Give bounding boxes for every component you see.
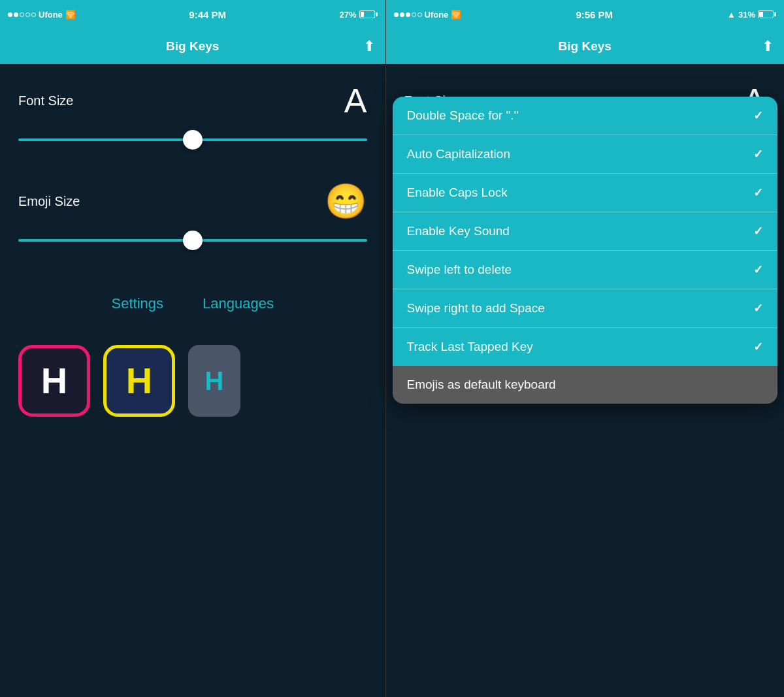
right-signal-dots	[394, 12, 422, 17]
dropdown-item-double-space-check: ✓	[753, 108, 763, 123]
app-icon-pink-letter: H	[41, 363, 67, 399]
right-battery-tip	[774, 12, 776, 16]
right-panel: Ufone 🛜 9:56 PM ▲ 31% Big Keys ⬆︎ Font S…	[386, 0, 784, 697]
dropdown-item-swipe-delete-label: Swipe left to delete	[407, 263, 512, 277]
dropdown-item-caps-lock-label: Enable Caps Lock	[407, 186, 508, 200]
left-battery-fill	[361, 12, 364, 17]
left-emoji-size-row: Emoji Size 😁	[18, 184, 367, 218]
dropdown-item-swipe-space-check: ✓	[753, 301, 763, 316]
signal-dot-5	[31, 12, 36, 17]
right-nav-bar: Big Keys ⬆︎	[386, 29, 784, 64]
right-signal-dot-1	[394, 12, 399, 17]
app-icon-dark[interactable]: H	[103, 345, 175, 417]
dropdown-gray-section: Emojis as default keyboard	[393, 366, 777, 404]
dropdown-item-caps-lock[interactable]: Enable Caps Lock ✓	[393, 174, 777, 212]
left-font-letter: A	[344, 84, 367, 118]
left-share-button[interactable]: ⬆︎	[363, 38, 375, 55]
dropdown-item-auto-cap-label: Auto Capitalization	[407, 147, 510, 161]
left-font-slider-track	[18, 138, 367, 141]
right-status-bar: Ufone 🛜 9:56 PM ▲ 31%	[386, 0, 784, 29]
signal-dot-3	[20, 12, 24, 17]
left-time: 9:44 PM	[189, 9, 226, 20]
right-battery-fill	[759, 12, 763, 17]
dropdown-item-swipe-space-label: Swipe right to add Space	[407, 301, 545, 316]
left-status-bar: Ufone 🛜 9:44 PM 27%	[0, 0, 385, 29]
settings-dropdown: Double Space for "." ✓ Auto Capitalizati…	[393, 97, 777, 404]
dropdown-item-auto-cap-check: ✓	[753, 147, 763, 161]
left-battery-percent: 27%	[339, 10, 356, 20]
left-font-slider-thumb[interactable]	[183, 130, 203, 150]
right-nav-title: Big Keys	[559, 39, 612, 54]
left-font-size-row: Font Size A	[18, 84, 367, 118]
dropdown-item-double-space-label: Double Space for "."	[407, 108, 519, 123]
app-icon-gray[interactable]: H	[188, 345, 240, 417]
right-battery-info: ▲ 31%	[727, 10, 776, 20]
left-font-size-label: Font Size	[18, 93, 73, 108]
left-wifi-icon: 🛜	[65, 10, 76, 20]
left-carrier-label: Ufone	[39, 10, 63, 20]
signal-dot-4	[25, 12, 30, 17]
dropdown-item-swipe-delete-check: ✓	[753, 263, 763, 277]
dropdown-item-caps-lock-check: ✓	[753, 186, 763, 200]
dropdown-teal-section: Double Space for "." ✓ Auto Capitalizati…	[393, 97, 777, 366]
left-content: Font Size A Emoji Size 😁 Settings Langua…	[0, 64, 385, 697]
left-panel: Ufone 🛜 9:44 PM 27% Big Keys ⬆︎ Font Siz…	[0, 0, 385, 697]
right-carrier-info: Ufone 🛜	[394, 10, 462, 20]
dropdown-item-track-key[interactable]: Track Last Tapped Key ✓	[393, 328, 777, 366]
right-wifi-icon: 🛜	[451, 10, 461, 20]
dropdown-item-auto-cap[interactable]: Auto Capitalization ✓	[393, 135, 777, 174]
left-emoji-slider[interactable]	[18, 230, 367, 251]
right-signal-dot-2	[400, 12, 404, 17]
right-signal-dot-3	[406, 12, 410, 17]
app-icon-dark-letter: H	[126, 363, 152, 399]
right-time: 9:56 PM	[576, 9, 613, 20]
left-font-slider[interactable]	[18, 129, 367, 150]
left-emoji-slider-track	[18, 239, 367, 242]
right-battery-body	[758, 10, 774, 18]
languages-button[interactable]: Languages	[203, 295, 274, 312]
left-signal-dots	[8, 12, 36, 17]
dropdown-item-key-sound-label: Enable Key Sound	[407, 224, 510, 238]
dropdown-item-track-key-check: ✓	[753, 340, 763, 354]
right-signal-dot-5	[417, 12, 422, 17]
left-icons-row: H H H	[18, 345, 367, 417]
left-nav-bar: Big Keys ⬆︎	[0, 29, 385, 64]
app-icon-pink[interactable]: H	[18, 345, 90, 417]
left-emoji-size-label: Emoji Size	[18, 194, 80, 209]
dropdown-item-double-space[interactable]: Double Space for "." ✓	[393, 97, 777, 135]
left-nav-title: Big Keys	[166, 39, 219, 54]
left-battery-tip	[376, 12, 378, 16]
right-carrier-label: Ufone	[425, 10, 449, 20]
left-emoji-display: 😁	[325, 184, 367, 218]
right-share-button[interactable]: ⬆︎	[762, 38, 774, 55]
signal-dot-2	[14, 12, 18, 17]
left-buttons-row: Settings Languages	[18, 295, 367, 312]
dropdown-item-swipe-space[interactable]: Swipe right to add Space ✓	[393, 289, 777, 328]
settings-button[interactable]: Settings	[112, 295, 164, 312]
left-battery-info: 27%	[339, 10, 377, 20]
right-signal-dot-4	[412, 12, 416, 17]
left-emoji-slider-thumb[interactable]	[183, 231, 203, 250]
signal-dot-1	[8, 12, 12, 17]
right-battery-percent: 31%	[738, 10, 755, 20]
app-icon-gray-letter: H	[205, 368, 224, 394]
left-battery-icon	[359, 10, 378, 18]
dropdown-item-emojis-default[interactable]: Emojis as default keyboard	[393, 366, 777, 404]
left-battery-body	[359, 10, 375, 18]
right-gps-icon: ▲	[727, 10, 736, 20]
dropdown-item-key-sound[interactable]: Enable Key Sound ✓	[393, 212, 777, 251]
dropdown-item-swipe-delete[interactable]: Swipe left to delete ✓	[393, 251, 777, 289]
left-carrier-info: Ufone 🛜	[8, 10, 76, 20]
dropdown-item-key-sound-check: ✓	[753, 224, 763, 238]
dropdown-item-track-key-label: Track Last Tapped Key	[407, 340, 533, 354]
right-battery-icon	[758, 10, 776, 18]
dropdown-item-emojis-default-label: Emojis as default keyboard	[407, 378, 556, 392]
